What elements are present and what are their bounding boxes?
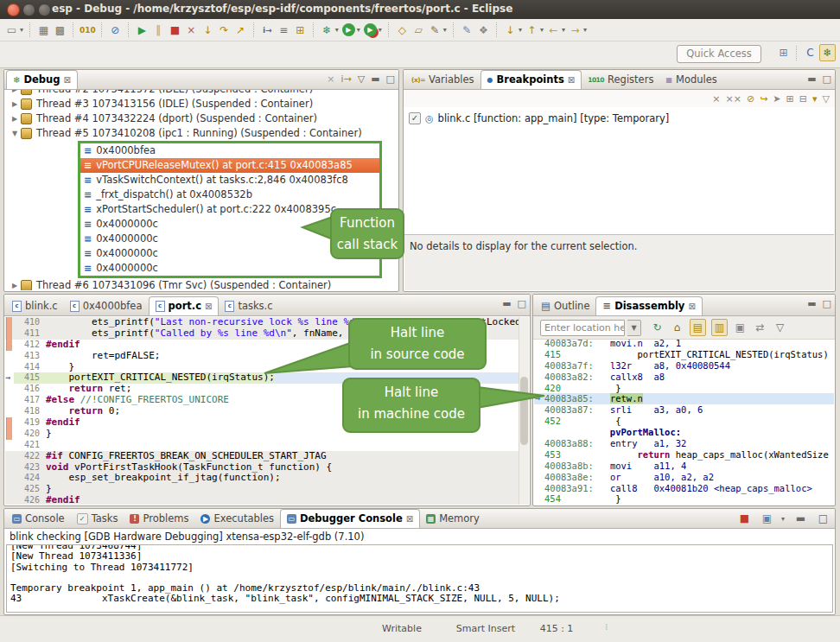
code-line[interactable]: 424 esp_set_breakpoint_if_jtag(function)… <box>5 473 519 484</box>
maximize-icon[interactable]: □ <box>816 511 830 526</box>
go-to-file-icon[interactable]: ↪ <box>760 93 767 105</box>
chevron-right-icon[interactable]: ▶ <box>10 90 19 97</box>
close-icon[interactable]: ⊠ <box>63 71 70 89</box>
last-edit-location-icon[interactable]: ↓ <box>503 22 518 38</box>
tab-debug[interactable]: ❄ Debug ⊠ <box>6 70 78 89</box>
minimize-icon[interactable]: ▬ <box>807 73 816 86</box>
stack-frame-row[interactable]: ≡vPortCPUReleaseMutex() at port.c:415 0x… <box>80 158 379 173</box>
stack-frame-row[interactable]: ≡vTaskSwitchContext() at tasks.c:2,846 0… <box>80 173 379 188</box>
show-instructions-icon[interactable]: ≡ <box>277 22 291 38</box>
new-disassembly-view-icon[interactable]: ▣ <box>733 320 748 335</box>
terminate-icon[interactable]: ■ <box>168 22 182 38</box>
disconnect-icon[interactable]: × <box>184 22 199 38</box>
new-wizard-icon[interactable]: ▭ <box>4 22 19 38</box>
chevron-down-icon[interactable]: ▼ <box>10 126 19 141</box>
breakpoint-checkbox[interactable]: ✓ <box>409 112 421 124</box>
window-close-button[interactable] <box>7 3 20 16</box>
remove-all-breakpoints-icon[interactable]: ×× <box>725 93 741 105</box>
show-opcodes-icon[interactable]: ▥ <box>711 319 728 336</box>
tab-tasks[interactable]: ✓Tasks <box>71 510 124 528</box>
display-selected-console-icon[interactable]: ▣ <box>760 511 774 526</box>
skip-all-breakpoints-icon[interactable]: ⊘ <box>747 93 754 105</box>
view-menu-icon[interactable]: ▽ <box>358 73 365 86</box>
tab-modules[interactable]: ▦Modules <box>659 71 722 89</box>
chevron-right-icon[interactable]: ▶ <box>10 111 19 126</box>
home-icon[interactable]: ⌂ <box>670 320 684 335</box>
forward-dropdown[interactable]: ▾ <box>583 26 587 34</box>
code-line[interactable]: 426#endif <box>5 495 519 505</box>
stack-frame-row[interactable]: ≡_frxt_dispatch() at 0x4008532b <box>80 188 379 202</box>
toggle-mark-occurrences-icon[interactable]: ✎ <box>460 22 474 38</box>
close-icon[interactable]: ⊠ <box>205 297 212 315</box>
group-by-icon[interactable]: ▾ <box>812 93 818 105</box>
tab-problems[interactable]: !Problems <box>124 510 194 528</box>
save-icon[interactable]: ▦ <box>36 22 51 38</box>
stack-frame-row[interactable]: ≡0x4000000c <box>80 261 379 276</box>
console-output[interactable]: [New Thread 1073468744][New Thread 10734… <box>6 544 833 613</box>
step-over-icon[interactable]: ↷ <box>217 22 232 38</box>
debug-thread-row[interactable]: ▼Thread #5 1073410208 (ipc1 : Running) (… <box>5 126 398 141</box>
minimize-icon[interactable]: ▬ <box>371 73 379 86</box>
instruction-stepping-icon[interactable]: i→ <box>260 22 275 38</box>
open-resource-icon[interactable]: ▱ <box>411 22 426 38</box>
save-all-icon[interactable]: ▩ <box>53 22 67 38</box>
run-config-dropdown[interactable]: ▾ <box>357 26 360 34</box>
minimize-icon[interactable]: ▬ <box>793 511 808 526</box>
breakpoint-item[interactable]: ✓ ◎ blink.c [function: app_main] [type: … <box>404 107 835 124</box>
maximize-icon[interactable]: □ <box>823 73 831 86</box>
next-edit-location-dropdown[interactable]: ▾ <box>540 26 544 34</box>
tab-executables[interactable]: ▶Executables <box>194 510 280 528</box>
external-tools-icon[interactable]: ▶ <box>364 23 377 36</box>
chevron-right-icon[interactable]: ▶ <box>10 278 19 290</box>
debug-thread-row[interactable]: ▶Thread #4 1073432224 (dport) (Suspended… <box>5 111 398 126</box>
tab-breakpoints[interactable]: ●Breakpoints⊠ <box>480 70 582 89</box>
suspend-icon[interactable]: ‖ <box>151 22 166 38</box>
open-element-icon[interactable]: ◇ <box>395 22 410 38</box>
tab-debugger-console[interactable]: ▭Debugger Console⊠ <box>280 509 420 528</box>
resume-icon[interactable]: ▶ <box>135 22 150 38</box>
view-menu-icon[interactable]: ▽ <box>773 320 787 335</box>
tab-console[interactable]: ▭Console <box>6 510 71 528</box>
tab-tasks.c[interactable]: ctasks.c <box>219 297 278 315</box>
next-edit-location-icon[interactable]: ↑ <box>525 22 539 38</box>
remove-breakpoint-icon[interactable]: × <box>712 93 720 105</box>
terminate-icon[interactable]: ■ <box>737 511 752 526</box>
search-dropdown[interactable]: ▾ <box>443 26 447 34</box>
close-icon[interactable]: ⊠ <box>406 510 413 528</box>
window-minimize-button[interactable] <box>22 3 35 16</box>
display-selected-console-dropdown[interactable]: ▾ <box>781 515 785 523</box>
minimize-icon[interactable]: ▬ <box>502 298 511 310</box>
tab-memory[interactable]: ▦Memory <box>420 510 486 528</box>
collapse-all-icon[interactable]: ⊟ <box>799 93 807 105</box>
run-config-icon[interactable]: ▶ <box>342 23 355 36</box>
tab-0x4000bfea[interactable]: c0x4000bfea <box>64 297 149 315</box>
skip-all-breakpoints-icon[interactable]: ⊘ <box>108 22 123 38</box>
location-dropdown[interactable]: ▼ <box>627 320 641 336</box>
code-line[interactable]: 425} <box>5 484 519 495</box>
close-icon[interactable]: ⊠ <box>568 71 575 89</box>
tab-variables[interactable]: (x)=Variables <box>405 71 480 89</box>
binary-icon[interactable]: 010 <box>80 22 96 38</box>
editor-scrollbar[interactable] <box>519 317 529 505</box>
debug-perspective-icon[interactable]: ❄ <box>819 44 836 61</box>
open-perspective-icon[interactable]: ⊞ <box>776 45 791 60</box>
scrollbar-thumb[interactable] <box>520 377 528 444</box>
annotations-icon[interactable]: ❖ <box>476 22 491 38</box>
tab-blink.c[interactable]: cblink.c <box>6 297 64 315</box>
tab-port.c[interactable]: cport.c⊠ <box>149 296 220 315</box>
maximize-icon[interactable]: □ <box>518 298 526 310</box>
instruction-stepping-mode-icon[interactable]: i→ <box>340 73 351 86</box>
location-input[interactable]: Enter location here <box>540 320 625 336</box>
tab-disassembly[interactable]: ≡Disassembly⊠ <box>595 296 702 315</box>
step-into-icon[interactable]: ↓ <box>200 22 215 38</box>
stack-frame-row[interactable]: ≡0x4000bfea <box>80 143 379 158</box>
maximize-icon[interactable]: □ <box>386 73 395 86</box>
tab-outline[interactable]: ▤Outline <box>535 297 595 315</box>
trace-mode-icon[interactable]: ⊞ <box>293 22 308 38</box>
debug-config-icon[interactable]: ❄ <box>320 22 334 38</box>
chevron-right-icon[interactable]: ▶ <box>10 97 19 111</box>
cpp-perspective-icon[interactable]: C <box>803 45 818 60</box>
new-wizard-dropdown[interactable]: ▾ <box>20 26 23 34</box>
debug-thread-row[interactable]: ▶Thread #6 1073431096 (Tmr Svc) (Suspend… <box>5 278 398 290</box>
step-return-icon[interactable]: ↗ <box>233 22 248 38</box>
